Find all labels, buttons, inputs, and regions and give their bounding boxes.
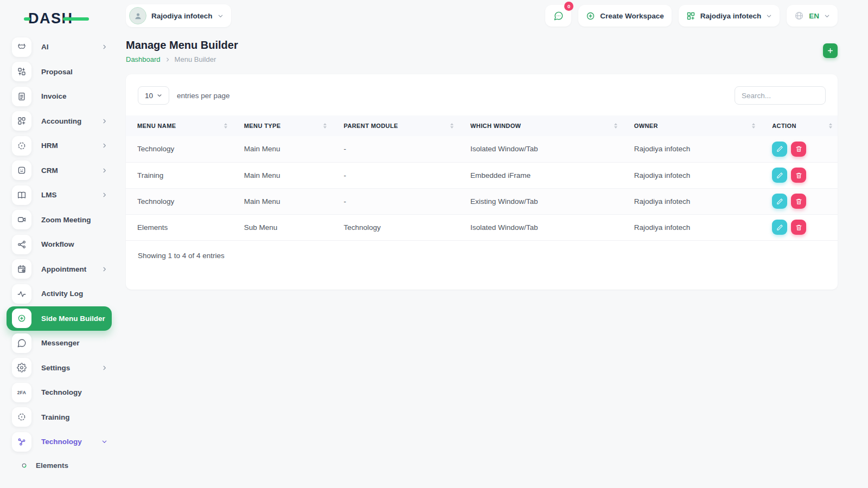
chevron-right-icon: [101, 168, 107, 174]
language-selector[interactable]: EN: [787, 5, 838, 27]
invoice-icon: [12, 87, 31, 106]
cell-parent-module: -: [332, 188, 459, 214]
sidebar-item-technology-module[interactable]: Technology: [7, 429, 112, 454]
language-code: EN: [809, 12, 819, 20]
share-nodes-icon: [12, 235, 31, 254]
sort-icon: [829, 123, 832, 129]
row-actions: [772, 220, 838, 235]
company-selector[interactable]: Rajodiya infotech: [679, 5, 780, 27]
chevron-right-icon: [101, 365, 107, 371]
sidebar-item-label: HRM: [41, 142, 58, 150]
menu-builder-table: MENU NAME MENU TYPE PARENT MODULE WHICH …: [126, 115, 838, 241]
workspace-grid-icon: [686, 11, 695, 21]
row-actions: [772, 168, 838, 183]
pencil-icon: [776, 224, 783, 231]
sidebar-item-label: Activity Log: [41, 290, 83, 298]
sidebar-item-label: LMS: [41, 191, 57, 199]
trash-icon: [795, 224, 802, 231]
page-header: Manage Menu Builder Dashboard Menu Build…: [126, 39, 838, 63]
cell-menu-name: Technology: [126, 188, 233, 214]
sidebar-menu: AI Proposal Invoice Accounting: [7, 35, 112, 477]
table-row: Training Main Menu - Embedded iFrame Raj…: [126, 162, 838, 188]
create-workspace-button[interactable]: Create Workspace: [578, 5, 672, 27]
sidebar-item-side-menu-builder[interactable]: Side Menu Builder: [7, 306, 112, 331]
sidebar-item-accounting[interactable]: Accounting: [7, 109, 112, 134]
sidebar-item-workflow[interactable]: Workflow: [7, 232, 112, 257]
cell-owner: Rajodiya infotech: [623, 136, 761, 162]
table-row: Technology Main Menu - Isolated Window/T…: [126, 136, 838, 162]
plus-icon: [827, 47, 834, 54]
sidebar-item-lms[interactable]: LMS: [7, 183, 112, 208]
sidebar-item-activity-log[interactable]: Activity Log: [7, 281, 112, 306]
crosshair-icon: [12, 407, 31, 427]
edit-button[interactable]: [772, 168, 787, 183]
sidebar-item-invoice[interactable]: Invoice: [7, 84, 112, 109]
chat-bubble-icon: [12, 333, 31, 353]
cell-parent-module: Technology: [332, 214, 459, 240]
sidebar-item-zoom-meeting[interactable]: Zoom Meeting: [7, 208, 112, 233]
column-header-which-window[interactable]: WHICH WINDOW: [459, 115, 623, 136]
delete-button[interactable]: [791, 220, 806, 235]
cell-parent-module: -: [332, 136, 459, 162]
add-menu-button[interactable]: [823, 43, 838, 58]
proposal-icon: [12, 62, 31, 81]
branch-nodes-icon: [12, 432, 31, 452]
notification-badge: 0: [564, 2, 573, 11]
sidebar-item-label: Training: [41, 413, 70, 421]
table-row: Technology Main Menu - Existing Window/T…: [126, 188, 838, 214]
breadcrumb-current: Menu Builder: [175, 55, 216, 63]
delete-button[interactable]: [791, 194, 806, 209]
search-input[interactable]: [735, 86, 826, 105]
chevron-down-icon: [824, 13, 830, 19]
entries-per-page-select[interactable]: 10: [138, 86, 169, 105]
sidebar-item-crm[interactable]: CRM: [7, 158, 112, 183]
delete-button[interactable]: [791, 168, 806, 183]
edit-button[interactable]: [772, 142, 787, 157]
column-header-action[interactable]: ACTION: [761, 115, 838, 136]
accounting-icon: [12, 111, 31, 131]
column-header-menu-name[interactable]: MENU NAME: [126, 115, 233, 136]
edit-button[interactable]: [772, 220, 787, 235]
messages-button[interactable]: 0: [545, 5, 571, 27]
workspace-selector[interactable]: Rajodiya infotech: [126, 4, 231, 27]
app-logo[interactable]: DASH: [28, 7, 112, 30]
sidebar-item-proposal[interactable]: Proposal: [7, 60, 112, 85]
chat-dots-icon: [553, 11, 564, 21]
workspace-name: Rajodiya infotech: [151, 12, 213, 20]
chevron-right-icon: [101, 143, 107, 149]
edit-button[interactable]: [772, 194, 787, 209]
sidebar-item-messenger[interactable]: Messenger: [7, 331, 112, 356]
chevron-down-icon: [218, 13, 224, 19]
2fa-icon: 2FA: [12, 383, 31, 402]
sidebar-item-settings[interactable]: Settings: [7, 356, 112, 381]
sidebar-item-label: Appointment: [41, 265, 86, 273]
cell-owner: Rajodiya infotech: [623, 188, 761, 214]
calendar-icon: [12, 259, 31, 279]
cell-menu-name: Elements: [126, 214, 233, 240]
sidebar-item-ai[interactable]: AI: [7, 35, 112, 60]
trash-icon: [795, 172, 802, 179]
sidebar-item-appointment[interactable]: Appointment: [7, 257, 112, 282]
sidebar-item-technology-2fa[interactable]: 2FA Technology: [7, 380, 112, 405]
sidebar-subitem-elements[interactable]: Elements: [7, 454, 112, 477]
sidebar-item-hrm[interactable]: HRM: [7, 133, 112, 158]
breadcrumb-dashboard-link[interactable]: Dashboard: [126, 55, 161, 63]
column-header-parent-module[interactable]: PARENT MODULE: [332, 115, 459, 136]
column-header-owner[interactable]: OWNER: [623, 115, 761, 136]
cell-menu-type: Main Menu: [233, 136, 333, 162]
sidebar-item-label: Invoice: [41, 92, 67, 100]
sidebar-item-label: Technology: [41, 438, 82, 446]
chevron-right-icon: [101, 118, 107, 124]
sidebar-item-label: Settings: [41, 364, 70, 372]
sidebar-item-training[interactable]: Training: [7, 405, 112, 430]
sidebar-item-label: Side Menu Builder: [41, 314, 105, 323]
sort-icon: [224, 123, 227, 129]
topbar: Rajodiya infotech 0 Create Workspace Raj…: [126, 0, 838, 31]
crm-icon: [12, 160, 31, 180]
column-header-menu-type[interactable]: MENU TYPE: [233, 115, 333, 136]
sidebar-item-label: Accounting: [41, 117, 81, 125]
pencil-icon: [776, 198, 783, 205]
delete-button[interactable]: [791, 142, 806, 157]
chevron-right-icon: [101, 266, 107, 272]
cell-menu-name: Technology: [126, 136, 233, 162]
